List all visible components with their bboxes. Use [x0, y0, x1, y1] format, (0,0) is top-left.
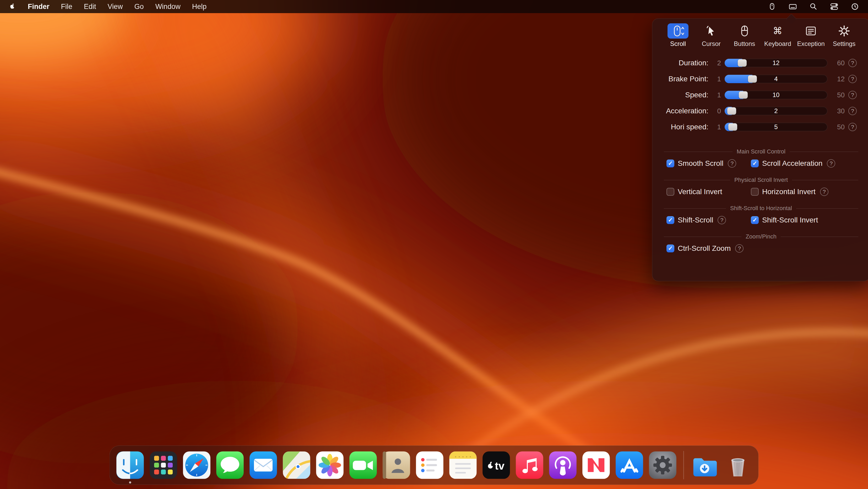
slider-max: 60 — [831, 59, 845, 67]
dock-item-tv[interactable]: tv — [482, 451, 511, 480]
checkbox[interactable] — [751, 188, 759, 196]
help-icon[interactable] — [848, 59, 857, 67]
tab-exception[interactable]: Exception — [795, 23, 827, 48]
checkbox-label: Horizontal Invert — [762, 188, 815, 196]
control-center-icon[interactable] — [830, 2, 839, 11]
help-icon[interactable] — [820, 188, 829, 196]
contacts-icon — [382, 451, 411, 480]
checkbox[interactable] — [666, 216, 674, 224]
help-icon[interactable] — [848, 91, 857, 99]
slider-max: 50 — [831, 123, 845, 131]
dock-item-maps[interactable] — [282, 451, 311, 480]
dock-item-trash[interactable] — [723, 451, 753, 480]
dock-item-podcasts[interactable] — [548, 451, 578, 480]
checkbox-smooth-scroll[interactable]: Smooth Scroll — [666, 159, 751, 168]
help-icon[interactable] — [848, 75, 857, 83]
slider-row-hori-speed: Hori speed: 1 5 50 — [664, 122, 858, 132]
group-zoom-pinch: Zoom/Pinch Ctrl-Scroll Zoom — [664, 233, 858, 253]
dock-item-app-store[interactable] — [615, 451, 644, 480]
dock-item-photos[interactable] — [315, 451, 345, 480]
help-icon[interactable] — [728, 159, 736, 168]
tab-keyboard[interactable]: ⌘ Keyboard — [761, 23, 794, 48]
dock-item-facetime[interactable] — [348, 451, 378, 480]
help-icon[interactable] — [718, 216, 726, 224]
tab-cursor[interactable]: Cursor — [695, 23, 727, 48]
duration-slider[interactable]: 12 — [725, 59, 827, 67]
safari-icon — [182, 451, 212, 480]
help-icon[interactable] — [848, 123, 857, 131]
menu-bar: Finder File Edit View Go Window Help — [0, 0, 868, 13]
scroll-mouse-icon — [668, 23, 688, 38]
checkbox-shift-scroll-invert[interactable]: Shift-Scroll Invert — [751, 216, 858, 224]
mouse-buttons-icon — [734, 23, 755, 38]
dock-item-finder[interactable] — [116, 451, 145, 480]
command-key-icon: ⌘ — [767, 23, 788, 38]
checkbox-shift-scroll[interactable]: Shift-Scroll — [666, 216, 751, 224]
checkbox-scroll-acceleration[interactable]: Scroll Acceleration — [751, 159, 858, 168]
photos-icon — [315, 451, 345, 480]
dock-item-safari[interactable] — [182, 451, 212, 480]
menu-file[interactable]: File — [61, 3, 72, 11]
speed-slider[interactable]: 10 — [725, 91, 827, 99]
apple-menu[interactable] — [9, 3, 16, 10]
help-icon[interactable] — [848, 107, 857, 115]
menu-window[interactable]: Window — [155, 3, 181, 11]
svg-text:tv: tv — [495, 460, 504, 472]
checkbox[interactable] — [666, 188, 674, 196]
slider-max: 30 — [831, 107, 845, 115]
hori-speed-slider[interactable]: 5 — [725, 123, 827, 131]
dock-item-launchpad[interactable] — [149, 451, 178, 480]
menu-help[interactable]: Help — [192, 3, 207, 11]
group-main-scroll-control: Main Scroll Control Smooth Scroll Scroll… — [664, 148, 858, 168]
menu-view[interactable]: View — [108, 3, 123, 11]
help-icon[interactable] — [827, 159, 835, 168]
cursor-icon — [701, 23, 722, 38]
checkbox-vertical-invert[interactable]: Vertical Invert — [666, 188, 751, 196]
dock-item-contacts[interactable] — [382, 451, 411, 480]
checkbox[interactable] — [666, 244, 674, 252]
slider-max: 50 — [831, 91, 845, 99]
mouse-icon[interactable] — [768, 2, 776, 11]
news-icon — [582, 451, 611, 480]
help-icon[interactable] — [735, 244, 744, 253]
checkbox[interactable] — [666, 160, 674, 167]
slider-label: Brake Point: — [664, 75, 708, 83]
checkbox[interactable] — [751, 160, 759, 167]
tab-label: Exception — [797, 40, 825, 48]
tab-label: Buttons — [734, 40, 755, 48]
slider-value: 5 — [725, 123, 827, 131]
checkbox-label: Ctrl-Scroll Zoom — [678, 244, 731, 253]
menu-edit[interactable]: Edit — [84, 3, 96, 11]
dock-item-downloads[interactable] — [690, 451, 719, 480]
dock-item-music[interactable] — [515, 451, 544, 480]
tab-label: Scroll — [670, 40, 686, 48]
dock-item-messages[interactable] — [215, 451, 245, 480]
clock-icon[interactable] — [851, 2, 859, 11]
spotlight-icon[interactable] — [809, 2, 818, 11]
checkbox-label: Scroll Acceleration — [762, 159, 823, 168]
menu-go[interactable]: Go — [134, 3, 144, 11]
tab-label: Keyboard — [764, 40, 791, 48]
slider-section: Duration: 2 12 60 Brake Point: 1 4 12 Sp… — [652, 58, 868, 132]
exception-list-icon — [800, 23, 822, 38]
keyboard-icon[interactable] — [788, 2, 797, 11]
tab-settings[interactable]: Settings — [828, 23, 860, 48]
checkbox-horizontal-invert[interactable]: Horizontal Invert — [751, 188, 858, 196]
app-menu-finder[interactable]: Finder — [28, 3, 50, 11]
dock-item-news[interactable] — [582, 451, 611, 480]
tab-buttons[interactable]: Buttons — [728, 23, 761, 48]
dock-item-system-settings[interactable] — [648, 451, 678, 480]
dock-item-notes[interactable] — [448, 451, 478, 480]
dock-item-mail[interactable] — [249, 451, 278, 480]
slider-value: 10 — [725, 91, 827, 99]
tab-scroll[interactable]: Scroll — [662, 23, 694, 48]
acceleration-slider[interactable]: 2 — [725, 107, 827, 115]
dock-item-reminders[interactable] — [415, 451, 444, 480]
brake-point-slider[interactable]: 4 — [725, 75, 827, 83]
panel-tabs: Scroll Cursor Buttons ⌘ Keyboard — [652, 19, 868, 49]
notes-icon — [448, 451, 478, 480]
checkbox[interactable] — [751, 216, 759, 224]
menu-bar-status-icons — [768, 2, 859, 11]
checkbox-ctrl-scroll-zoom[interactable]: Ctrl-Scroll Zoom — [666, 244, 751, 253]
checkbox-label: Shift-Scroll Invert — [762, 216, 818, 224]
